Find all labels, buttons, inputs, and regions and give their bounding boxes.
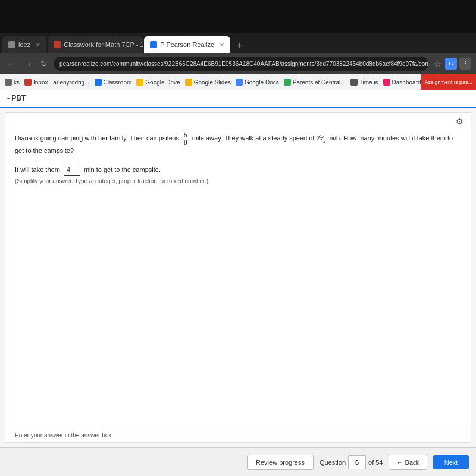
bookmark-favicon <box>136 79 143 86</box>
answer-line: It will take them 4 min to get to the ca… <box>15 164 461 176</box>
question-number-input[interactable] <box>348 455 366 469</box>
extension-icons: G ⋮ <box>445 58 471 70</box>
question-paragraph: Diana is going camping with her family. … <box>15 132 461 156</box>
settings-row: ⚙ <box>5 113 471 126</box>
back-button[interactable]: ← Back <box>389 455 427 470</box>
bookmark-slides[interactable]: Google Slides <box>185 79 231 86</box>
answer-box[interactable]: 4 <box>64 164 80 176</box>
tab-close-icon[interactable]: ✕ <box>36 42 40 48</box>
enter-answer-note: Enter your answer in the answer box. <box>5 428 471 442</box>
settings-icon[interactable]: ⚙ <box>456 117 464 126</box>
back-nav-button[interactable]: ← <box>5 58 18 70</box>
browser-chrome: idez ✕ Classwork for Math 7CP - 1/8 - ✕ … <box>0 33 476 90</box>
forward-nav-button[interactable]: → <box>21 58 35 70</box>
tab-close-icon[interactable]: ✕ <box>220 42 224 48</box>
content-wrapper: ⚙ Diana is going camping with her family… <box>0 108 476 476</box>
bookmark-inbox[interactable]: Inbox - arlenyrodrig... <box>24 79 90 86</box>
tab-classwork[interactable]: Classwork for Math 7CP - 1/8 - ✕ <box>48 36 143 53</box>
main-inner: Diana is going camping with her family. … <box>5 126 471 428</box>
bookmarks-bar: ks Inbox - arlenyrodrig... Classroom Goo… <box>0 74 476 90</box>
main-panel: ⚙ Diana is going camping with her family… <box>5 112 471 443</box>
assignment-notice: Assignment is pas... <box>421 74 476 90</box>
bookmark-favicon <box>284 79 291 86</box>
bookmark-docs[interactable]: Google Docs <box>236 79 279 86</box>
bookmark-favicon <box>383 79 390 86</box>
bookmark-classroom[interactable]: Classroom <box>95 79 132 86</box>
bookmark-timeis[interactable]: Time.is <box>350 79 378 86</box>
bookmark-favicon <box>185 79 192 86</box>
question-navigation: Question of 54 <box>320 455 383 469</box>
page-title: - PBT <box>7 94 26 102</box>
footer-bar: Review progress Question of 54 ← Back Ne… <box>0 447 476 476</box>
refresh-button[interactable]: ↻ <box>38 58 50 70</box>
bookmark-icon[interactable]: ☆ <box>434 60 441 68</box>
page-title-bar: - PBT <box>0 90 476 108</box>
bookmark-favicon <box>236 79 243 86</box>
tab-favicon <box>8 41 15 48</box>
top-bezel <box>0 0 476 33</box>
next-button[interactable]: Next <box>433 455 469 469</box>
bookmark-parents[interactable]: Parents at Central... <box>284 79 346 86</box>
bookmark-ks[interactable]: ks <box>5 79 20 86</box>
bookmark-favicon <box>95 79 102 86</box>
ext-icon-1[interactable]: G <box>445 58 457 70</box>
bookmark-favicon <box>5 79 12 86</box>
bookmark-drive[interactable]: Google Drive <box>136 79 180 86</box>
address-bar[interactable]: pearsonrealize.com/community/classes/922… <box>54 57 428 71</box>
bookmark-favicon <box>350 79 358 86</box>
address-bar-row: ← → ↻ pearsonrealize.com/community/class… <box>0 53 476 74</box>
tab-pearson[interactable]: P Pearson Realize ✕ <box>144 36 230 53</box>
bookmark-favicon <box>24 79 32 86</box>
new-tab-button[interactable]: + <box>231 37 247 53</box>
review-progress-button[interactable]: Review progress <box>247 455 314 470</box>
tab-idez[interactable]: idez ✕ <box>2 36 46 53</box>
tab-favicon <box>150 41 157 48</box>
simplify-note: (Simplify your answer. Type an integer, … <box>15 178 461 184</box>
ext-icon-2[interactable]: ⋮ <box>459 58 471 70</box>
tab-bar: idez ✕ Classwork for Math 7CP - 1/8 - ✕ … <box>0 33 476 53</box>
fraction-5-8: 5 8 <box>183 132 188 146</box>
tab-favicon <box>54 41 61 48</box>
